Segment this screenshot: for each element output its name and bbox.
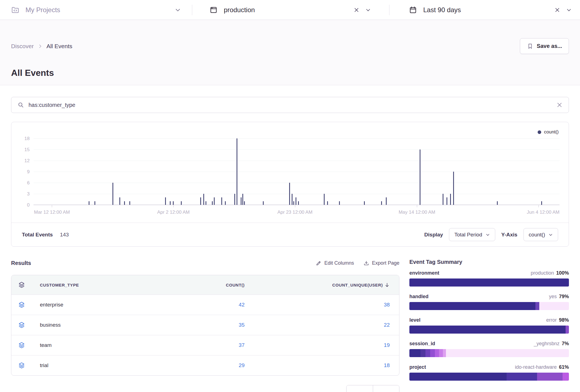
search-input[interactable] xyxy=(29,102,552,108)
pagination-prev-button[interactable] xyxy=(347,385,373,392)
tag-top-value: yes xyxy=(549,294,557,300)
tag-summary-heading: Event Tag Summary xyxy=(409,259,569,265)
results-table-body: enterprise4238business3522team3719trial2… xyxy=(11,295,399,375)
save-as-label: Save as... xyxy=(537,43,562,49)
table-row[interactable]: team3719 xyxy=(11,335,399,355)
tag-distribution-bar[interactable] xyxy=(409,326,569,334)
tag-name: project xyxy=(409,364,426,370)
x-axis-label: Apr 23 12:00 AM xyxy=(277,210,312,215)
cell-count[interactable]: 42 xyxy=(161,302,245,308)
top-navigation-bar: My Projects production Last 90 days xyxy=(0,0,580,20)
tag-summary-row: environmentproduction100% xyxy=(409,270,569,287)
x-axis-label: Jun 4 12:00 AM xyxy=(527,210,560,215)
project-selector[interactable]: My Projects xyxy=(0,0,192,20)
tag-distribution-bar[interactable] xyxy=(409,373,569,381)
table-row[interactable]: enterprise4238 xyxy=(11,295,399,315)
display-label: Display xyxy=(424,232,443,238)
legend-count-dot-icon xyxy=(538,130,541,134)
search-bar[interactable] xyxy=(11,97,569,113)
edit-columns-label: Edit Columns xyxy=(324,260,354,266)
main-content: count() 0369121518Mar 12 12:00 AMApr 2 1… xyxy=(0,85,580,392)
tag-summary-row: projectido-react-hardware61% xyxy=(409,364,569,381)
chart-bar xyxy=(453,172,454,205)
save-as-button[interactable]: Save as... xyxy=(520,38,569,54)
daterange-clear-icon[interactable] xyxy=(555,7,560,13)
chart-bar xyxy=(225,201,226,205)
cell-count-unique[interactable]: 19 xyxy=(245,342,390,348)
tag-top-percent: 7% xyxy=(562,341,569,347)
chart-bar xyxy=(181,201,182,205)
tag-bar-segment xyxy=(409,278,569,287)
tag-bar-segment xyxy=(409,349,420,357)
environment-selector[interactable]: production xyxy=(192,0,389,20)
tag-summary-row: handledyes79% xyxy=(409,294,569,310)
tag-summary-row: levelerror98% xyxy=(409,317,569,334)
chart-bar xyxy=(200,197,201,205)
cell-count[interactable]: 29 xyxy=(161,362,245,368)
x-axis-tick xyxy=(173,205,174,207)
tag-distribution-bar[interactable] xyxy=(409,302,569,310)
x-axis-tick xyxy=(295,205,295,207)
chart-bar xyxy=(381,201,382,205)
table-row[interactable]: trial2918 xyxy=(11,355,399,375)
edit-columns-button[interactable]: Edit Columns xyxy=(316,260,354,266)
column-header-count-unique[interactable]: COUNT_UNIQUE(USER) xyxy=(245,282,390,288)
table-row[interactable]: business3522 xyxy=(11,315,399,335)
chart-bar xyxy=(450,194,451,205)
bookmark-icon xyxy=(527,43,533,50)
chart-bar xyxy=(289,183,290,205)
display-dropdown[interactable]: Total Period xyxy=(449,228,495,241)
tag-top-percent: 79% xyxy=(559,294,569,300)
tag-distribution-bar[interactable] xyxy=(409,278,569,287)
cell-count[interactable]: 37 xyxy=(161,342,245,348)
daterange-selector[interactable]: Last 90 days xyxy=(389,0,580,20)
yaxis-dropdown[interactable]: count() xyxy=(523,228,558,241)
environment-chevron-down-icon[interactable] xyxy=(365,7,371,13)
column-header-count[interactable]: COUNT() xyxy=(161,283,245,287)
cell-count-unique[interactable]: 38 xyxy=(245,302,390,308)
y-axis-label: 18 xyxy=(17,136,30,141)
chart-bar xyxy=(173,201,174,205)
breadcrumb-discover-link[interactable]: Discover xyxy=(11,43,34,50)
events-chart-card: count() 0369121518Mar 12 12:00 AMApr 2 1… xyxy=(11,122,569,247)
cell-count-unique[interactable]: 22 xyxy=(245,322,390,328)
page-title: All Events xyxy=(11,68,569,78)
y-axis-label: 3 xyxy=(17,191,30,197)
project-chevron-down-icon[interactable] xyxy=(175,7,181,13)
tag-name: handled xyxy=(409,294,428,300)
tag-top-percent: 100% xyxy=(556,270,569,276)
chart-bar xyxy=(237,138,237,205)
pagination-next-button[interactable] xyxy=(373,385,399,392)
cell-count[interactable]: 35 xyxy=(161,322,245,328)
chart-bar xyxy=(234,194,235,205)
y-axis-label: 0 xyxy=(17,202,30,208)
tag-bar-segment xyxy=(409,326,566,334)
tag-bar-segment xyxy=(420,349,425,357)
chart-bar xyxy=(497,201,498,205)
chart-bar xyxy=(292,194,292,205)
chart-bar xyxy=(443,194,443,205)
calendar-icon xyxy=(409,6,417,14)
chart-bar xyxy=(420,149,420,205)
chart-footer: Total Events 143 Display Total Period Y-… xyxy=(11,223,569,246)
y-axis-label: 6 xyxy=(17,180,30,186)
chart-bar xyxy=(364,201,365,205)
environment-clear-icon[interactable] xyxy=(354,7,359,13)
daterange-chevron-down-icon[interactable] xyxy=(566,7,572,13)
column-header-customer-type[interactable]: CUSTOMER_TYPE xyxy=(34,283,161,287)
events-chart[interactable]: count() 0369121518Mar 12 12:00 AMApr 2 1… xyxy=(11,122,569,223)
breadcrumb-current: All Events xyxy=(47,43,72,50)
tag-top-percent: 98% xyxy=(559,317,569,323)
chart-bar xyxy=(327,201,328,205)
tag-distribution-bar[interactable] xyxy=(409,349,569,357)
chart-bar xyxy=(324,194,325,205)
cell-count-unique[interactable]: 18 xyxy=(245,362,390,368)
total-events-value: 143 xyxy=(60,232,69,238)
search-clear-icon[interactable] xyxy=(556,102,563,108)
export-page-button[interactable]: Export Page xyxy=(363,260,399,266)
y-axis-label: 12 xyxy=(17,158,30,164)
cell-customer-type: enterprise xyxy=(34,302,161,308)
total-events-label: Total Events xyxy=(22,232,53,238)
download-icon xyxy=(363,260,369,266)
chart-bar xyxy=(203,194,204,205)
